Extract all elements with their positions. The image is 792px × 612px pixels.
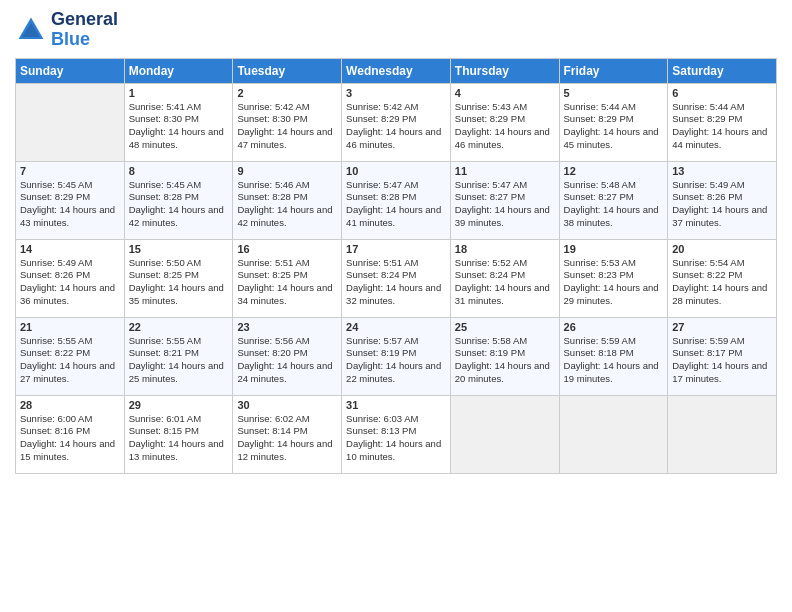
calendar-cell: 4Sunrise: 5:43 AM Sunset: 8:29 PM Daylig… bbox=[450, 83, 559, 161]
logo-icon bbox=[15, 14, 47, 46]
day-number: 23 bbox=[237, 321, 337, 333]
day-info: Sunrise: 5:49 AM Sunset: 8:26 PM Dayligh… bbox=[672, 179, 772, 230]
calendar-cell: 22Sunrise: 5:55 AM Sunset: 8:21 PM Dayli… bbox=[124, 317, 233, 395]
day-number: 29 bbox=[129, 399, 229, 411]
day-number: 8 bbox=[129, 165, 229, 177]
day-info: Sunrise: 5:44 AM Sunset: 8:29 PM Dayligh… bbox=[672, 101, 772, 152]
day-info: Sunrise: 5:51 AM Sunset: 8:25 PM Dayligh… bbox=[237, 257, 337, 308]
day-info: Sunrise: 5:48 AM Sunset: 8:27 PM Dayligh… bbox=[564, 179, 664, 230]
day-number: 31 bbox=[346, 399, 446, 411]
day-number: 22 bbox=[129, 321, 229, 333]
day-info: Sunrise: 5:50 AM Sunset: 8:25 PM Dayligh… bbox=[129, 257, 229, 308]
calendar-cell: 3Sunrise: 5:42 AM Sunset: 8:29 PM Daylig… bbox=[342, 83, 451, 161]
day-info: Sunrise: 5:44 AM Sunset: 8:29 PM Dayligh… bbox=[564, 101, 664, 152]
day-info: Sunrise: 5:51 AM Sunset: 8:24 PM Dayligh… bbox=[346, 257, 446, 308]
day-info: Sunrise: 5:45 AM Sunset: 8:29 PM Dayligh… bbox=[20, 179, 120, 230]
calendar-cell bbox=[668, 395, 777, 473]
day-number: 15 bbox=[129, 243, 229, 255]
calendar-cell: 23Sunrise: 5:56 AM Sunset: 8:20 PM Dayli… bbox=[233, 317, 342, 395]
weekday-header: Friday bbox=[559, 58, 668, 83]
day-number: 25 bbox=[455, 321, 555, 333]
day-number: 1 bbox=[129, 87, 229, 99]
calendar-week-row: 14Sunrise: 5:49 AM Sunset: 8:26 PM Dayli… bbox=[16, 239, 777, 317]
day-info: Sunrise: 5:41 AM Sunset: 8:30 PM Dayligh… bbox=[129, 101, 229, 152]
day-info: Sunrise: 5:52 AM Sunset: 8:24 PM Dayligh… bbox=[455, 257, 555, 308]
calendar-cell bbox=[450, 395, 559, 473]
page: General Blue SundayMondayTuesdayWednesda… bbox=[0, 0, 792, 612]
day-info: Sunrise: 5:49 AM Sunset: 8:26 PM Dayligh… bbox=[20, 257, 120, 308]
calendar-cell: 24Sunrise: 5:57 AM Sunset: 8:19 PM Dayli… bbox=[342, 317, 451, 395]
weekday-header: Thursday bbox=[450, 58, 559, 83]
day-number: 18 bbox=[455, 243, 555, 255]
calendar-cell: 25Sunrise: 5:58 AM Sunset: 8:19 PM Dayli… bbox=[450, 317, 559, 395]
calendar-week-row: 28Sunrise: 6:00 AM Sunset: 8:16 PM Dayli… bbox=[16, 395, 777, 473]
calendar-cell: 2Sunrise: 5:42 AM Sunset: 8:30 PM Daylig… bbox=[233, 83, 342, 161]
day-number: 2 bbox=[237, 87, 337, 99]
day-info: Sunrise: 6:02 AM Sunset: 8:14 PM Dayligh… bbox=[237, 413, 337, 464]
calendar-cell: 14Sunrise: 5:49 AM Sunset: 8:26 PM Dayli… bbox=[16, 239, 125, 317]
day-info: Sunrise: 5:58 AM Sunset: 8:19 PM Dayligh… bbox=[455, 335, 555, 386]
day-number: 10 bbox=[346, 165, 446, 177]
day-info: Sunrise: 5:59 AM Sunset: 8:18 PM Dayligh… bbox=[564, 335, 664, 386]
calendar-cell: 29Sunrise: 6:01 AM Sunset: 8:15 PM Dayli… bbox=[124, 395, 233, 473]
day-info: Sunrise: 5:45 AM Sunset: 8:28 PM Dayligh… bbox=[129, 179, 229, 230]
calendar-cell: 16Sunrise: 5:51 AM Sunset: 8:25 PM Dayli… bbox=[233, 239, 342, 317]
day-number: 26 bbox=[564, 321, 664, 333]
calendar-cell: 5Sunrise: 5:44 AM Sunset: 8:29 PM Daylig… bbox=[559, 83, 668, 161]
day-info: Sunrise: 6:01 AM Sunset: 8:15 PM Dayligh… bbox=[129, 413, 229, 464]
day-number: 13 bbox=[672, 165, 772, 177]
weekday-header: Tuesday bbox=[233, 58, 342, 83]
calendar-cell: 19Sunrise: 5:53 AM Sunset: 8:23 PM Dayli… bbox=[559, 239, 668, 317]
header: General Blue bbox=[15, 10, 777, 50]
logo-text: General Blue bbox=[51, 10, 118, 50]
day-number: 21 bbox=[20, 321, 120, 333]
calendar-cell bbox=[559, 395, 668, 473]
header-row: SundayMondayTuesdayWednesdayThursdayFrid… bbox=[16, 58, 777, 83]
day-info: Sunrise: 5:55 AM Sunset: 8:21 PM Dayligh… bbox=[129, 335, 229, 386]
day-info: Sunrise: 5:43 AM Sunset: 8:29 PM Dayligh… bbox=[455, 101, 555, 152]
day-number: 5 bbox=[564, 87, 664, 99]
day-number: 24 bbox=[346, 321, 446, 333]
day-info: Sunrise: 5:47 AM Sunset: 8:27 PM Dayligh… bbox=[455, 179, 555, 230]
calendar-table: SundayMondayTuesdayWednesdayThursdayFrid… bbox=[15, 58, 777, 474]
calendar-cell: 9Sunrise: 5:46 AM Sunset: 8:28 PM Daylig… bbox=[233, 161, 342, 239]
calendar-body: 1Sunrise: 5:41 AM Sunset: 8:30 PM Daylig… bbox=[16, 83, 777, 473]
day-number: 4 bbox=[455, 87, 555, 99]
day-number: 28 bbox=[20, 399, 120, 411]
calendar-cell: 7Sunrise: 5:45 AM Sunset: 8:29 PM Daylig… bbox=[16, 161, 125, 239]
calendar-cell: 6Sunrise: 5:44 AM Sunset: 8:29 PM Daylig… bbox=[668, 83, 777, 161]
calendar-week-row: 1Sunrise: 5:41 AM Sunset: 8:30 PM Daylig… bbox=[16, 83, 777, 161]
calendar-cell: 11Sunrise: 5:47 AM Sunset: 8:27 PM Dayli… bbox=[450, 161, 559, 239]
calendar-cell: 12Sunrise: 5:48 AM Sunset: 8:27 PM Dayli… bbox=[559, 161, 668, 239]
day-number: 11 bbox=[455, 165, 555, 177]
weekday-header: Wednesday bbox=[342, 58, 451, 83]
calendar-cell: 30Sunrise: 6:02 AM Sunset: 8:14 PM Dayli… bbox=[233, 395, 342, 473]
calendar-header: SundayMondayTuesdayWednesdayThursdayFrid… bbox=[16, 58, 777, 83]
day-number: 7 bbox=[20, 165, 120, 177]
calendar-cell: 17Sunrise: 5:51 AM Sunset: 8:24 PM Dayli… bbox=[342, 239, 451, 317]
day-number: 16 bbox=[237, 243, 337, 255]
calendar-week-row: 21Sunrise: 5:55 AM Sunset: 8:22 PM Dayli… bbox=[16, 317, 777, 395]
calendar-cell: 13Sunrise: 5:49 AM Sunset: 8:26 PM Dayli… bbox=[668, 161, 777, 239]
day-info: Sunrise: 5:42 AM Sunset: 8:29 PM Dayligh… bbox=[346, 101, 446, 152]
calendar-week-row: 7Sunrise: 5:45 AM Sunset: 8:29 PM Daylig… bbox=[16, 161, 777, 239]
calendar-cell: 31Sunrise: 6:03 AM Sunset: 8:13 PM Dayli… bbox=[342, 395, 451, 473]
calendar-cell: 28Sunrise: 6:00 AM Sunset: 8:16 PM Dayli… bbox=[16, 395, 125, 473]
calendar-cell: 10Sunrise: 5:47 AM Sunset: 8:28 PM Dayli… bbox=[342, 161, 451, 239]
weekday-header: Monday bbox=[124, 58, 233, 83]
day-number: 14 bbox=[20, 243, 120, 255]
calendar-cell: 26Sunrise: 5:59 AM Sunset: 8:18 PM Dayli… bbox=[559, 317, 668, 395]
day-number: 3 bbox=[346, 87, 446, 99]
calendar-cell: 15Sunrise: 5:50 AM Sunset: 8:25 PM Dayli… bbox=[124, 239, 233, 317]
day-info: Sunrise: 5:57 AM Sunset: 8:19 PM Dayligh… bbox=[346, 335, 446, 386]
day-number: 30 bbox=[237, 399, 337, 411]
weekday-header: Sunday bbox=[16, 58, 125, 83]
calendar-cell: 20Sunrise: 5:54 AM Sunset: 8:22 PM Dayli… bbox=[668, 239, 777, 317]
day-number: 20 bbox=[672, 243, 772, 255]
day-info: Sunrise: 5:54 AM Sunset: 8:22 PM Dayligh… bbox=[672, 257, 772, 308]
day-info: Sunrise: 5:53 AM Sunset: 8:23 PM Dayligh… bbox=[564, 257, 664, 308]
day-info: Sunrise: 6:00 AM Sunset: 8:16 PM Dayligh… bbox=[20, 413, 120, 464]
day-info: Sunrise: 5:47 AM Sunset: 8:28 PM Dayligh… bbox=[346, 179, 446, 230]
day-info: Sunrise: 5:46 AM Sunset: 8:28 PM Dayligh… bbox=[237, 179, 337, 230]
day-number: 12 bbox=[564, 165, 664, 177]
